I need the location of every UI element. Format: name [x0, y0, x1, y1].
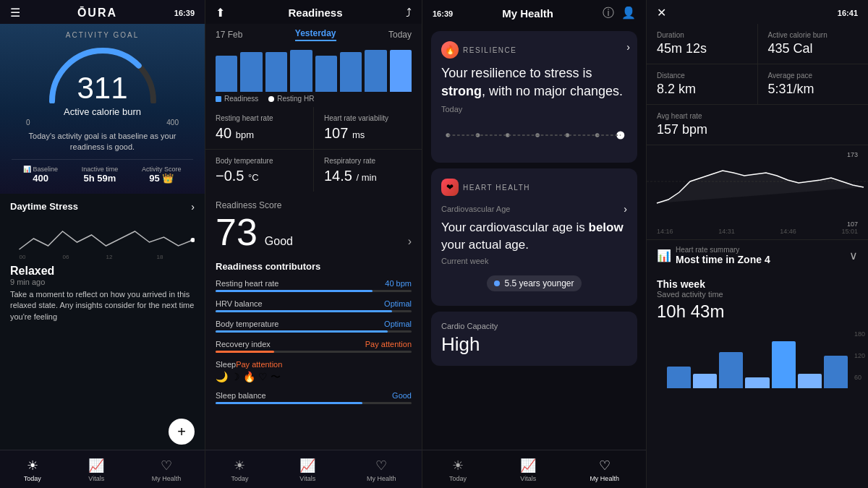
heart-badge: ❤ HEART HEALTH [441, 179, 627, 196]
legend-dot-readiness [216, 96, 221, 102]
contrib-rhr[interactable]: Resting heart rate 40 bpm [216, 279, 412, 292]
metric-temp[interactable]: Body temperature −0.5 °C [205, 150, 313, 192]
stress-title: Daytime Stress [10, 201, 78, 212]
range-min: 0 [26, 119, 30, 127]
contributors-title: Readiness contributors [216, 261, 412, 272]
contrib-sleep-val: Pay attention [236, 360, 282, 369]
bar-3 [265, 52, 287, 92]
p3-health-icon-active: ♡ [599, 458, 610, 474]
contrib-hrv[interactable]: HRV balance Optimal [216, 299, 412, 312]
nav-myhealth-label: My Health [152, 475, 182, 482]
sleep-icons: 🌙☽🔥♡〜 [216, 371, 282, 384]
nav-vitals[interactable]: 📈 Vitals [88, 458, 104, 482]
p3-nav-today[interactable]: ☀ Today [449, 458, 467, 482]
stat-calories: Active calorie burn 435 Cal [758, 24, 869, 64]
readiness-score[interactable]: Readiness Score 73 Good › [205, 192, 422, 255]
nav-today[interactable]: ☀ Today [24, 458, 41, 482]
p3-navigation: ☀ Today 📈 Vitals ♡ My Health [422, 450, 646, 488]
baseline-value: 400 [23, 173, 58, 184]
activity-arc: 311 [45, 42, 161, 103]
chevron-down-icon: ∨ [849, 249, 858, 262]
cardio-capacity-card[interactable]: Cardio Capacity High [431, 312, 637, 366]
p2-navigation: ☀ Today 📈 Vitals ♡ My Health [205, 450, 422, 488]
week-bar-7 [824, 356, 848, 388]
p3-status-time: 16:39 [433, 9, 453, 18]
p3-nav-vitals-label: Vitals [520, 475, 536, 482]
p2-nav-today-label: Today [231, 475, 248, 482]
info-icon[interactable]: ⓘ [603, 6, 614, 21]
week-saved-value: 10h 43m [657, 301, 858, 322]
stat-duration: Duration 45m 12s [647, 24, 757, 64]
score-quality: Good [265, 235, 293, 248]
week-bar-4 [745, 377, 769, 388]
p4-status-time: 16:41 [838, 9, 858, 17]
tab-yesterday[interactable]: Yesterday [295, 28, 336, 41]
nav-myhealth[interactable]: ♡ My Health [152, 458, 182, 482]
profile-icon[interactable]: 👤 [621, 6, 636, 21]
p2-export-icon[interactable]: ⤴ [406, 7, 412, 20]
activity-tagline: Today's activity goal is at baseline as … [12, 131, 193, 153]
chart-label-1: 14:16 [657, 228, 673, 235]
bar-6 [340, 52, 362, 92]
contrib-recovery[interactable]: Recovery index Pay attention [216, 340, 412, 353]
p3-nav-myhealth[interactable]: ♡ My Health [590, 458, 619, 482]
metric-rhr[interactable]: Resting heart rate 40 bpm [205, 107, 313, 149]
baseline-stat: 📊 Baseline 400 [23, 166, 58, 184]
calories-value: 435 Cal [768, 41, 859, 56]
heart-icon: ❤ [441, 179, 459, 196]
stat-distance: Distance 8.2 km [647, 64, 757, 104]
contrib-sleep-name: Sleep [216, 360, 236, 369]
contrib-sleep-balance[interactable]: Sleep balance Good [216, 391, 412, 404]
activity-stats: 📊 Baseline 400 Inactive time 5h 59m Acti… [12, 159, 193, 184]
hamburger-icon[interactable]: ☰ [10, 6, 20, 20]
panel-activity: ☰ ŌURA 16:39 ACTIVITY GOAL 311 Active ca… [0, 0, 205, 488]
p3-nav-myhealth-label: My Health [590, 475, 619, 482]
resilience-badge-text: RESILIENCE [463, 46, 516, 54]
hr-summary[interactable]: 📊 Heart rate summary Most time in Zone 4… [647, 239, 868, 271]
metric-resp[interactable]: Respiratory rate 14.5 / min [314, 150, 422, 192]
p2-share-icon[interactable]: ⬆ [216, 6, 225, 20]
capacity-label: Cardio Capacity [441, 322, 627, 330]
younger-text: 5.5 years younger [504, 278, 574, 288]
close-button[interactable]: ✕ [657, 6, 666, 20]
hr-chart-svg [647, 160, 868, 218]
duration-value: 45m 12s [657, 41, 747, 56]
p2-date: 17 Feb [216, 30, 242, 40]
score-row: 73 Good › [216, 213, 412, 251]
p2-nav-today[interactable]: ☀ Today [231, 458, 248, 482]
p2-bar-chart [216, 48, 412, 92]
tab-today[interactable]: Today [388, 30, 412, 40]
score-arrow: › [408, 235, 412, 248]
p3-vitals-icon: 📈 [520, 458, 536, 474]
chart-y-max: 173 [847, 151, 858, 158]
inactive-label: Inactive time [82, 166, 119, 173]
p3-nav-today-label: Today [449, 475, 467, 482]
resilience-card[interactable]: 🔥 RESILIENCE Your resilience to stress i… [431, 31, 637, 163]
fab-add-button[interactable]: + [169, 419, 195, 445]
stress-chart: 00 06 12 18 [10, 217, 195, 260]
legend-readiness-label: Readiness [224, 95, 258, 103]
contrib-temp[interactable]: Body temperature Optimal [216, 320, 412, 333]
p3-nav-vitals[interactable]: 📈 Vitals [520, 458, 536, 482]
p4-stats-grid: Duration 45m 12s Active calorie burn 435… [647, 24, 868, 145]
metric-hrv[interactable]: Heart rate variability 107 ms [314, 107, 422, 149]
heart-health-card[interactable]: ❤ HEART HEALTH Cardiovascular Age › Your… [431, 168, 637, 306]
health-icon: ♡ [161, 458, 172, 474]
p2-nav-vitals[interactable]: 📈 Vitals [299, 458, 315, 482]
score-stat: Activity Score 95 👑 [142, 166, 182, 184]
stress-arrow[interactable]: › [191, 201, 195, 213]
svg-text:00: 00 [20, 254, 26, 260]
p2-nav-myhealth-label: My Health [367, 475, 396, 482]
metric-temp-label: Body temperature [216, 157, 303, 165]
p2-nav-myhealth[interactable]: ♡ My Health [367, 458, 396, 482]
p2-nav-vitals-label: Vitals [299, 475, 315, 482]
calorie-label: Active calorie burn [12, 106, 193, 117]
p3-sun-icon: ☀ [452, 458, 464, 474]
svg-text:18: 18 [157, 254, 163, 260]
cardio-week: Current week [441, 257, 627, 265]
pace-value: 5:31/km [768, 82, 859, 97]
legend-readiness: Readiness [216, 95, 258, 103]
distance-value: 8.2 km [657, 82, 747, 97]
contrib-sleep[interactable]: Sleep Pay attention 🌙☽🔥♡〜 [216, 360, 412, 384]
readiness-contributors: Readiness contributors Resting heart rat… [205, 255, 422, 417]
